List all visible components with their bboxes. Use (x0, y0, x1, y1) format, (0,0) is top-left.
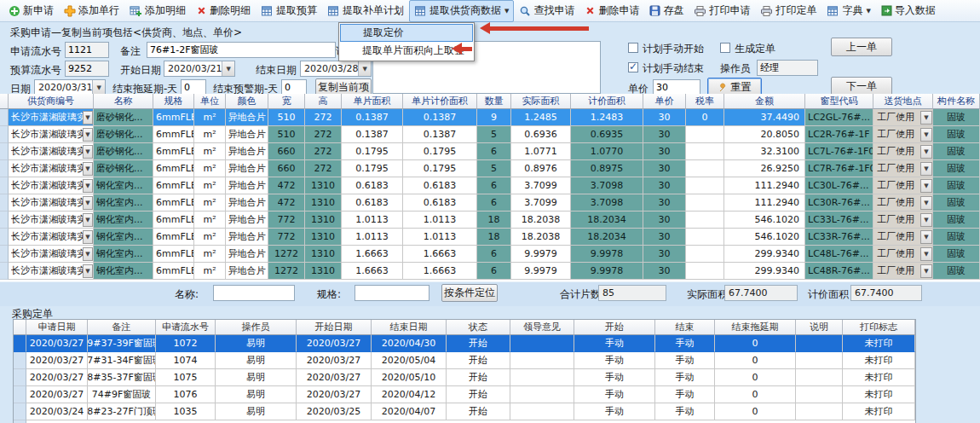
table-cell[interactable]: 6 (477, 194, 511, 212)
chevron-down-icon[interactable]: ▼ (920, 111, 932, 125)
table-cell[interactable]: 2020/03/27 (26, 386, 88, 403)
row-indicator[interactable] (14, 369, 26, 386)
toolbar-button-extract-supplement-plan[interactable]: 提取补单计划 (322, 0, 409, 22)
table-cell[interactable]: 异地合片 (226, 263, 268, 280)
table-cell[interactable]: 固玻 (933, 246, 980, 263)
table-cell[interactable]: 30 (643, 212, 686, 229)
table-cell[interactable]: 钢化室内... (94, 229, 153, 246)
chevron-down-icon[interactable]: ▼ (83, 111, 93, 125)
toolbar-button-print-request[interactable]: 打印申请 (689, 0, 755, 22)
main-table-row[interactable]: 长沙市潇湘玻璃实...▼磨砂钢化...6mmFLE...m²异地合片510272… (0, 126, 980, 143)
chevron-down-icon[interactable]: ▼ (83, 196, 93, 210)
table-cell[interactable]: 1074 (156, 352, 216, 369)
row-indicator[interactable] (0, 160, 9, 177)
table-cell[interactable]: 固玻 (933, 229, 980, 246)
main-column-header[interactable]: 供货商编号 (9, 94, 94, 109)
table-cell[interactable]: 1.0113 (342, 212, 403, 229)
table-cell[interactable] (686, 143, 724, 160)
main-table-row[interactable]: 长沙市潇湘玻璃实...▼钢化室内...6mmFLE...m²异地合片472131… (0, 177, 980, 194)
row-indicator[interactable] (0, 194, 9, 212)
table-cell[interactable]: 长沙市潇湘玻璃实...▼ (9, 263, 94, 280)
table-cell[interactable]: 6mmFLE... (153, 143, 194, 160)
toolbar-button-add-row[interactable]: 添加单行 (59, 0, 124, 22)
table-cell[interactable]: 1.2483 (571, 109, 643, 126)
table-cell[interactable]: 0.1387 (403, 109, 477, 126)
table-cell[interactable] (796, 335, 843, 352)
main-table-row[interactable]: 长沙市潇湘玻璃实...▼钢化室内...6mmFLE...m²异地合片772131… (0, 212, 980, 229)
table-cell[interactable]: 手动 (655, 386, 715, 403)
table-cell[interactable]: 472 (268, 194, 305, 212)
table-cell[interactable]: 工厂使用▼ (873, 160, 933, 177)
table-cell[interactable]: 工厂使用▼ (873, 263, 933, 280)
table-cell[interactable]: 299.9340 (724, 263, 805, 280)
table-cell[interactable]: 手动 (574, 369, 655, 386)
chevron-down-icon[interactable]: ▼ (92, 80, 105, 95)
table-cell[interactable]: 2020/03/27 (26, 369, 88, 386)
table-cell[interactable]: 磨砂钢化... (94, 160, 153, 177)
main-column-header[interactable]: 实际面积 (511, 94, 571, 109)
table-cell[interactable]: 易明 (216, 403, 297, 420)
table-cell[interactable]: 0 (715, 386, 796, 403)
table-cell[interactable]: 2020/05/04 (372, 352, 447, 369)
table-cell[interactable]: 工厂使用▼ (873, 177, 933, 194)
chevron-down-icon[interactable]: ▼ (920, 230, 932, 244)
table-cell[interactable]: 工厂使用▼ (873, 229, 933, 246)
table-cell[interactable]: 510 (268, 109, 305, 126)
chevron-down-icon[interactable]: ▼ (920, 247, 932, 261)
table-cell[interactable]: 固玻 (933, 212, 980, 229)
table-cell[interactable]: 0.1795 (403, 143, 477, 160)
table-cell[interactable]: 长沙市潇湘玻璃实...▼ (9, 246, 94, 263)
row-indicator[interactable] (14, 352, 26, 369)
table-cell[interactable]: 660 (268, 160, 305, 177)
table-cell[interactable]: 工厂使用▼ (873, 143, 933, 160)
row-indicator[interactable] (0, 246, 9, 263)
table-cell[interactable]: 88#35-37F窗固玻 (88, 369, 156, 386)
table-cell[interactable]: 钢化室内... (94, 246, 153, 263)
table-cell[interactable]: 30 (643, 246, 686, 263)
table-cell[interactable]: 未打印 (843, 369, 915, 386)
table-cell[interactable]: 1310 (305, 212, 342, 229)
table-cell[interactable]: 660 (268, 143, 305, 160)
table-cell[interactable]: 6mmFLE... (153, 177, 194, 194)
table-cell[interactable]: 0.6183 (342, 177, 403, 194)
table-cell[interactable]: 1.0771 (511, 143, 571, 160)
table-cell[interactable]: 钢化室内... (94, 263, 153, 280)
table-cell[interactable] (796, 403, 843, 420)
main-table-row[interactable]: 长沙市潇湘玻璃实...▼钢化室内...6mmFLE...m²异地合片127213… (0, 263, 980, 280)
table-cell[interactable]: 9.9978 (571, 263, 643, 280)
chevron-down-icon[interactable]: ▼ (83, 145, 93, 159)
table-cell[interactable]: 1272 (268, 263, 305, 280)
table-cell[interactable]: 6mmFLE... (153, 194, 194, 212)
table-cell[interactable]: 6 (477, 177, 511, 194)
table-cell[interactable]: 0.1795 (342, 143, 403, 160)
table-cell[interactable]: 未打印 (843, 386, 915, 403)
main-column-header[interactable]: 计价面积 (571, 94, 643, 109)
table-cell[interactable]: 0.6183 (403, 194, 477, 212)
chevron-down-icon[interactable]: ▼ (83, 213, 93, 227)
table-cell[interactable]: 长沙市潇湘玻璃实...▼ (9, 126, 94, 143)
table-cell[interactable]: 772 (268, 229, 305, 246)
table-cell[interactable]: 0 (686, 109, 724, 126)
chevron-down-icon[interactable]: ▼ (920, 162, 932, 176)
next-order-button[interactable]: 下一单 (831, 77, 892, 96)
row-indicator[interactable] (14, 403, 26, 420)
menu-item-extract-pricing[interactable]: 提取定价 (340, 24, 473, 42)
table-cell[interactable]: 1072 (156, 335, 216, 352)
chevron-down-icon[interactable]: ▼ (83, 230, 93, 244)
table-cell[interactable]: 手动 (655, 403, 715, 420)
table-cell[interactable]: 18.2034 (571, 229, 643, 246)
table-cell[interactable]: 1035 (156, 403, 216, 420)
table-cell[interactable]: 2020/03/27 (26, 335, 88, 352)
table-cell[interactable]: 510 (268, 126, 305, 143)
previous-order-button[interactable]: 上一单 (831, 38, 892, 56)
order-row[interactable]: 2020/03/2787#31-34F窗固玻1074易明2020/03/2720… (14, 352, 915, 369)
table-cell[interactable]: 易明 (216, 352, 297, 369)
request-serial-input[interactable] (65, 42, 109, 58)
table-cell[interactable]: 手动 (574, 386, 655, 403)
table-cell[interactable]: 长沙市潇湘玻璃实...▼ (9, 109, 94, 126)
table-cell[interactable]: 88#23-27F门顶玻 (88, 403, 156, 420)
table-cell[interactable] (686, 160, 724, 177)
table-cell[interactable]: 0.8975 (571, 160, 643, 177)
table-cell[interactable]: 工厂使用▼ (873, 126, 933, 143)
chevron-down-icon[interactable]: ▼ (222, 61, 234, 76)
